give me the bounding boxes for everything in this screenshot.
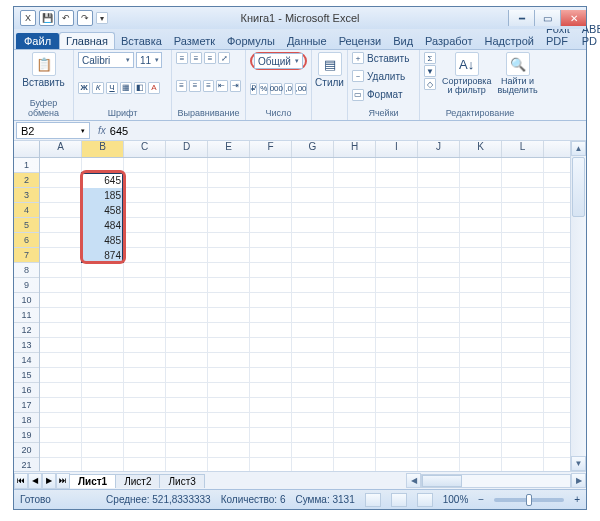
col-header[interactable]: G (292, 141, 334, 157)
border-button[interactable]: ▦ (120, 82, 132, 94)
col-header[interactable]: A (40, 141, 82, 157)
row-header[interactable]: 13 (14, 338, 39, 353)
scroll-right-icon[interactable]: ▶ (571, 473, 586, 488)
dec-decimal-icon[interactable]: ,00 (295, 83, 307, 95)
row-header[interactable]: 10 (14, 293, 39, 308)
save-icon[interactable]: 💾 (39, 10, 55, 26)
minimize-button[interactable]: ━ (508, 10, 534, 26)
scroll-left-icon[interactable]: ◀ (406, 473, 421, 488)
close-button[interactable]: ✕ (560, 10, 586, 26)
align-right-icon[interactable]: ≡ (203, 80, 214, 92)
col-header[interactable]: F (250, 141, 292, 157)
row-header[interactable]: 16 (14, 383, 39, 398)
cell-b4[interactable]: 458 (82, 203, 124, 218)
sort-filter-button[interactable]: A↓ Сортировка и фильтр (442, 52, 491, 95)
tab-formulas[interactable]: Формулы (221, 33, 281, 49)
row-header[interactable]: 18 (14, 413, 39, 428)
cell-grid[interactable]: 645 185 458 484 485 874 (40, 158, 570, 471)
redo-icon[interactable]: ↷ (77, 10, 93, 26)
autosum-icon[interactable]: Σ (424, 52, 436, 64)
insert-cell-icon[interactable]: ＋ (352, 52, 364, 64)
align-middle-icon[interactable]: ≡ (190, 52, 202, 64)
font-size-combo[interactable]: 11▾ (136, 52, 162, 68)
percent-icon[interactable]: % (259, 83, 268, 95)
align-left-icon[interactable]: ≡ (176, 80, 187, 92)
underline-button[interactable]: Ч (106, 82, 118, 94)
tab-layout[interactable]: Разметк (168, 33, 221, 49)
col-header[interactable]: H (334, 141, 376, 157)
tab-data[interactable]: Данные (281, 33, 333, 49)
zoom-in-icon[interactable]: + (574, 494, 580, 505)
tab-addins[interactable]: Надстрой (479, 33, 540, 49)
format-cell-icon[interactable]: ▭ (352, 89, 364, 101)
delete-cell-icon[interactable]: － (352, 70, 364, 82)
scroll-down-icon[interactable]: ▼ (571, 456, 586, 471)
sheet-tab[interactable]: Лист3 (159, 474, 204, 488)
font-name-combo[interactable]: Calibri▾ (78, 52, 134, 68)
align-center-icon[interactable]: ≡ (189, 80, 200, 92)
row-header[interactable]: 5 (14, 218, 39, 233)
italic-button[interactable]: К (92, 82, 104, 94)
format-label[interactable]: Формат (367, 89, 403, 100)
col-header[interactable]: D (166, 141, 208, 157)
align-bottom-icon[interactable]: ≡ (204, 52, 216, 64)
orientation-icon[interactable]: ⤢ (218, 52, 230, 64)
maximize-button[interactable]: ▭ (534, 10, 560, 26)
tab-view[interactable]: Вид (387, 33, 419, 49)
fill-icon[interactable]: ▼ (424, 65, 436, 77)
scroll-thumb[interactable] (422, 475, 462, 487)
tab-nav-first-icon[interactable]: ⏮ (14, 473, 28, 489)
cell-b7[interactable]: 874 (82, 248, 124, 263)
sheet-tab[interactable]: Лист1 (69, 474, 116, 488)
row-header[interactable]: 17 (14, 398, 39, 413)
horizontal-scrollbar[interactable]: ◀ ▶ (406, 473, 586, 488)
col-header[interactable]: K (460, 141, 502, 157)
row-header[interactable]: 1 (14, 158, 39, 173)
row-header[interactable]: 3 (14, 188, 39, 203)
name-box[interactable]: B2 ▾ (16, 122, 90, 139)
tab-nav-prev-icon[interactable]: ◀ (28, 473, 42, 489)
col-header[interactable]: E (208, 141, 250, 157)
zoom-value[interactable]: 100% (443, 494, 469, 505)
sheet-tab[interactable]: Лист2 (115, 474, 160, 488)
zoom-slider[interactable] (494, 498, 564, 502)
fill-color-button[interactable]: ◧ (134, 82, 146, 94)
row-header[interactable]: 4 (14, 203, 39, 218)
clear-icon[interactable]: ◇ (424, 78, 436, 90)
row-header[interactable]: 9 (14, 278, 39, 293)
col-header[interactable]: L (502, 141, 544, 157)
tab-nav-next-icon[interactable]: ▶ (42, 473, 56, 489)
col-header[interactable]: I (376, 141, 418, 157)
currency-icon[interactable]: ₽ (250, 83, 257, 95)
row-header[interactable]: 19 (14, 428, 39, 443)
scroll-up-icon[interactable]: ▲ (571, 141, 586, 156)
tab-file[interactable]: Файл (16, 33, 59, 49)
row-header[interactable]: 12 (14, 323, 39, 338)
vertical-scrollbar[interactable]: ▲ ▼ (570, 141, 586, 471)
indent-dec-icon[interactable]: ⇤ (216, 80, 227, 92)
comma-icon[interactable]: 000 (270, 83, 282, 95)
select-all-corner[interactable] (14, 141, 40, 157)
row-header[interactable]: 15 (14, 368, 39, 383)
qat-dropdown-icon[interactable]: ▾ (96, 12, 108, 24)
tab-home[interactable]: Главная (59, 32, 115, 49)
delete-label[interactable]: Удалить (367, 71, 405, 82)
number-format-combo[interactable]: Общий▾ (254, 53, 303, 69)
find-select-button[interactable]: 🔍 Найти и выделить (497, 52, 537, 95)
row-header[interactable]: 6 (14, 233, 39, 248)
cell-b3[interactable]: 185 (82, 188, 124, 203)
tab-review[interactable]: Рецензи (333, 33, 388, 49)
tab-insert[interactable]: Вставка (115, 33, 168, 49)
cell-b2[interactable]: 645 (82, 173, 124, 188)
indent-inc-icon[interactable]: ⇥ (230, 80, 241, 92)
undo-icon[interactable]: ↶ (58, 10, 74, 26)
row-header[interactable]: 2 (14, 173, 39, 188)
fx-icon[interactable]: fx (98, 125, 106, 136)
row-header[interactable]: 21 (14, 458, 39, 471)
insert-label[interactable]: Вставить (367, 53, 409, 64)
paste-button[interactable]: 📋 Вставить (18, 52, 69, 88)
row-header[interactable]: 11 (14, 308, 39, 323)
inc-decimal-icon[interactable]: ,0 (284, 83, 293, 95)
align-top-icon[interactable]: ≡ (176, 52, 188, 64)
styles-button[interactable]: ▤ Стили (316, 52, 343, 88)
